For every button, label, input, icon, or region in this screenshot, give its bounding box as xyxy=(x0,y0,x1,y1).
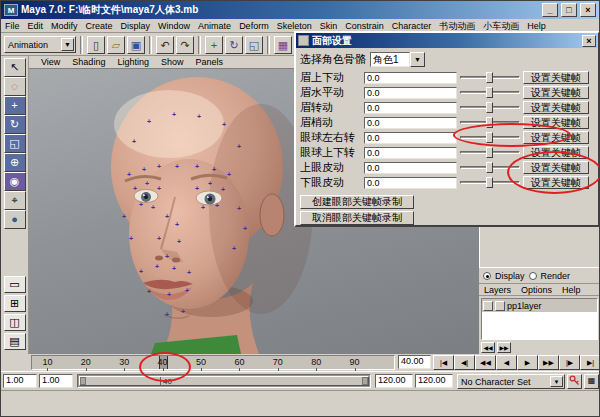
panel-menu-panels[interactable]: Panels xyxy=(189,55,229,69)
face-control-marker[interactable]: + xyxy=(177,238,181,245)
maximize-button[interactable]: □ xyxy=(561,3,577,17)
face-control-marker[interactable]: + xyxy=(237,143,241,150)
face-control-marker[interactable]: + xyxy=(122,213,126,220)
face-control-marker[interactable]: + xyxy=(215,202,219,209)
face-control-marker[interactable]: + xyxy=(132,138,136,145)
face-control-marker[interactable]: + xyxy=(157,185,161,192)
layer-color-swatch[interactable] xyxy=(495,301,505,311)
menu-file[interactable]: File xyxy=(1,19,24,33)
lower-eyelid-slider[interactable] xyxy=(460,176,520,189)
face-control-marker[interactable]: + xyxy=(222,121,226,128)
face-control-marker[interactable]: + xyxy=(172,111,176,118)
brow-horizontal-value-field[interactable]: 0.0 xyxy=(364,87,457,99)
brow-rotate-slider[interactable] xyxy=(460,101,520,114)
open-scene-icon[interactable]: ▱ xyxy=(107,36,125,54)
layer-menu-options[interactable]: Options xyxy=(516,283,557,297)
step-back-frame-button[interactable]: ◀| xyxy=(454,355,475,370)
panel-menu-lighting[interactable]: Lighting xyxy=(111,55,155,69)
face-control-marker[interactable]: + xyxy=(227,171,231,178)
layer-row[interactable]: pp1layer xyxy=(482,299,597,312)
eyeball-updown-slider-handle[interactable] xyxy=(486,147,493,158)
face-control-marker[interactable]: + xyxy=(195,185,199,192)
scale-icon[interactable]: ◱ xyxy=(245,36,263,54)
rotate-tool[interactable]: ↻ xyxy=(4,115,26,134)
eyeball-updown-set-keyframe-button[interactable]: 设置关键帧 xyxy=(523,146,589,159)
lower-eyelid-value-field[interactable]: 0.0 xyxy=(364,177,457,189)
face-control-marker[interactable]: + xyxy=(145,180,149,187)
panel-menu-shading[interactable]: Shading xyxy=(66,55,111,69)
minimize-button[interactable]: _ xyxy=(542,3,558,17)
universal-manip-tool[interactable]: ⊕ xyxy=(4,153,26,172)
range-slider-bar[interactable]: 40 xyxy=(79,376,369,386)
brow-horizontal-slider[interactable] xyxy=(460,86,520,99)
menu-set-selector[interactable]: Animation ▼ xyxy=(4,36,76,53)
brow-updown-value-field[interactable]: 0.0 xyxy=(364,72,457,84)
brow-horizontal-slider-handle[interactable] xyxy=(486,87,493,98)
eyeball-leftright-value-field[interactable]: 0.0 xyxy=(364,132,457,144)
face-control-marker[interactable]: + xyxy=(127,171,131,178)
brow-rotate-slider-handle[interactable] xyxy=(486,102,493,113)
dialog-close-icon[interactable]: × xyxy=(582,35,596,47)
face-control-marker[interactable]: + xyxy=(147,118,151,125)
brow-updown-slider-handle[interactable] xyxy=(486,72,493,83)
menu-animate[interactable]: Animate xyxy=(194,19,235,33)
range-start-handle[interactable] xyxy=(80,377,86,385)
panel-back-button[interactable]: ◀◀ xyxy=(481,342,495,353)
layer-visibility-toggle[interactable] xyxy=(483,301,493,311)
face-control-marker[interactable]: + xyxy=(181,308,185,315)
soft-mod-tool[interactable]: ◉ xyxy=(4,172,26,191)
face-control-marker[interactable]: + xyxy=(221,186,225,193)
face-control-marker[interactable]: + xyxy=(208,193,212,200)
redo-icon[interactable]: ↷ xyxy=(176,36,194,54)
menu-edit[interactable]: Edit xyxy=(24,19,48,33)
time-slider[interactable]: 102030405060708090 xyxy=(31,355,395,370)
face-control-marker[interactable]: + xyxy=(232,245,236,252)
display-radio[interactable] xyxy=(483,272,491,280)
face-control-marker[interactable]: + xyxy=(165,311,169,318)
brow-updown-slider[interactable] xyxy=(460,71,520,84)
layer-menu-help[interactable]: Help xyxy=(557,283,586,297)
show-manip-tool[interactable]: ⌖ xyxy=(4,191,26,210)
brow-rotate-value-field[interactable]: 0.0 xyxy=(364,102,457,114)
scale-tool[interactable]: ◱ xyxy=(4,134,26,153)
panel-menu-view[interactable]: View xyxy=(35,55,66,69)
eyeball-leftright-set-keyframe-button[interactable]: 设置关键帧 xyxy=(523,131,589,144)
upper-eyelid-set-keyframe-button[interactable]: 设置关键帧 xyxy=(523,161,589,174)
move-tool[interactable]: + xyxy=(4,96,26,115)
animation-end-field[interactable]: 120.00 xyxy=(415,374,453,388)
brow-tip-slider-handle[interactable] xyxy=(486,117,493,128)
layout-four-pane-button[interactable]: ⊞ xyxy=(4,295,26,312)
face-control-marker[interactable]: + xyxy=(167,291,171,298)
lower-eyelid-set-keyframe-button[interactable]: 设置关键帧 xyxy=(523,176,589,189)
create-eye-keyframe-record-button[interactable]: 创建眼部关键帧录制 xyxy=(300,195,414,209)
brow-horizontal-set-keyframe-button[interactable]: 设置关键帧 xyxy=(523,86,589,99)
eyeball-leftright-slider-handle[interactable] xyxy=(486,132,493,143)
brow-tip-set-keyframe-button[interactable]: 设置关键帧 xyxy=(523,116,589,129)
render-radio[interactable] xyxy=(529,272,537,280)
dialog-title-bar[interactable]: 面部设置 × xyxy=(296,33,598,48)
face-control-marker[interactable]: + xyxy=(187,269,191,276)
lasso-tool[interactable]: ◌ xyxy=(4,77,26,96)
face-control-marker[interactable]: + xyxy=(133,185,137,192)
play-backwards-button[interactable]: ◀ xyxy=(496,355,517,370)
menu-modify[interactable]: Modify xyxy=(47,19,82,33)
face-control-marker[interactable]: + xyxy=(165,213,169,220)
face-control-marker[interactable]: + xyxy=(175,163,179,170)
last-tool[interactable]: ● xyxy=(4,210,26,229)
layout-two-pane-button[interactable]: ◫ xyxy=(4,314,26,331)
close-button[interactable]: × xyxy=(580,3,596,17)
play-forward-button[interactable]: ▶ xyxy=(517,355,538,370)
face-control-marker[interactable]: + xyxy=(201,204,205,211)
face-control-marker[interactable]: + xyxy=(172,265,176,272)
select-tool[interactable]: ↖ xyxy=(4,58,26,77)
face-control-marker[interactable]: + xyxy=(155,263,159,270)
upper-eyelid-value-field[interactable]: 0.0 xyxy=(364,162,457,174)
character-select-dropdown[interactable]: 角色1 ▼ xyxy=(370,52,425,67)
face-control-marker[interactable]: + xyxy=(144,191,148,198)
face-control-marker[interactable]: + xyxy=(147,288,151,295)
brow-updown-set-keyframe-button[interactable]: 设置关键帧 xyxy=(523,71,589,84)
face-control-marker[interactable]: + xyxy=(175,221,179,228)
eyeball-updown-slider[interactable] xyxy=(460,146,520,159)
current-time-field[interactable]: 40.00 xyxy=(398,355,431,369)
upper-eyelid-slider-handle[interactable] xyxy=(486,162,493,173)
